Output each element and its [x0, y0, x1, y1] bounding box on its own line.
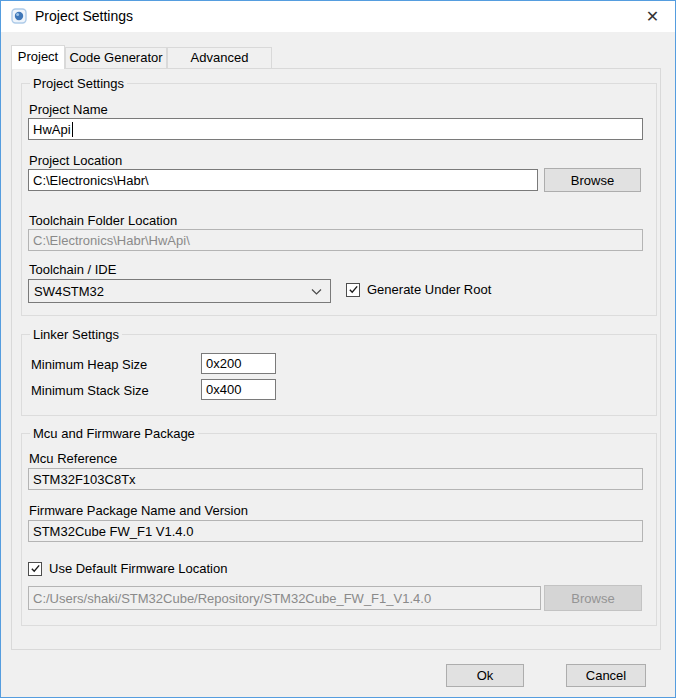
title-bar: Project Settings ✕: [1, 1, 675, 32]
mcu-reference-label: Mcu Reference: [29, 451, 117, 466]
close-icon[interactable]: ✕: [630, 1, 675, 32]
minimum-stack-size-value: 0x400: [206, 382, 241, 397]
use-default-firmware-checkbox[interactable]: Use Default Firmware Location: [28, 561, 227, 576]
minimum-stack-size-input[interactable]: 0x400: [201, 379, 276, 400]
toolchain-folder-value: C:\Electronics\Habr\HwApi\: [33, 233, 190, 248]
firmware-package-input: STM32Cube FW_F1 V1.4.0: [28, 520, 643, 542]
ok-button[interactable]: Ok: [446, 664, 524, 687]
group-legend: Linker Settings: [30, 327, 122, 342]
minimum-stack-size-label: Minimum Stack Size: [31, 383, 149, 398]
firmware-package-value: STM32Cube FW_F1 V1.4.0: [33, 524, 193, 539]
checkbox-box: [346, 283, 360, 297]
toolchain-ide-select[interactable]: SW4STM32: [28, 279, 331, 303]
toolchain-ide-label: Toolchain / IDE: [29, 262, 116, 277]
tab-advanced-settings[interactable]: Advanced Settings: [167, 47, 272, 69]
minimum-heap-size-label: Minimum Heap Size: [31, 357, 147, 372]
check-icon: [348, 284, 359, 295]
firmware-location-value: C:/Users/shaki/STM32Cube/Repository/STM3…: [33, 591, 431, 606]
project-name-value: HwApi: [33, 122, 71, 137]
firmware-package-label: Firmware Package Name and Version: [29, 503, 248, 518]
generate-under-root-checkbox[interactable]: Generate Under Root: [346, 282, 491, 297]
checkbox-box: [28, 562, 42, 576]
mcu-reference-input: STM32F103C8Tx: [28, 468, 643, 490]
minimum-heap-size-value: 0x200: [206, 356, 241, 371]
use-default-firmware-label: Use Default Firmware Location: [49, 561, 227, 576]
app-icon: [11, 8, 27, 24]
project-name-input[interactable]: HwApi: [28, 118, 643, 140]
toolchain-folder-input: C:\Electronics\Habr\HwApi\: [28, 229, 643, 251]
browse-project-location-button[interactable]: Browse: [544, 168, 641, 192]
cancel-button[interactable]: Cancel: [566, 664, 646, 687]
project-location-input[interactable]: C:\Electronics\Habr\: [28, 169, 538, 191]
minimum-heap-size-input[interactable]: 0x200: [201, 353, 276, 374]
generate-under-root-label: Generate Under Root: [367, 282, 491, 297]
project-location-label: Project Location: [29, 153, 122, 168]
group-legend: Mcu and Firmware Package: [30, 426, 198, 441]
chevron-down-icon: [311, 284, 322, 299]
firmware-location-input: C:/Users/shaki/STM32Cube/Repository/STM3…: [28, 586, 541, 610]
browse-firmware-location-button: Browse: [544, 585, 642, 611]
tab-project[interactable]: Project: [11, 45, 65, 69]
mcu-reference-value: STM32F103C8Tx: [33, 472, 136, 487]
group-legend: Project Settings: [30, 76, 127, 91]
toolchain-folder-label: Toolchain Folder Location: [29, 213, 177, 228]
toolchain-ide-value: SW4STM32: [34, 284, 104, 299]
window-title: Project Settings: [35, 1, 133, 32]
tab-code-generator[interactable]: Code Generator: [65, 47, 167, 69]
project-location-value: C:\Electronics\Habr\: [33, 173, 149, 188]
project-name-label: Project Name: [29, 102, 108, 117]
linker-settings-group: Linker Settings: [21, 334, 657, 416]
check-icon: [30, 563, 41, 574]
project-settings-dialog: Project Settings ✕ Project Code Generato…: [0, 0, 676, 698]
text-caret: [72, 122, 73, 137]
